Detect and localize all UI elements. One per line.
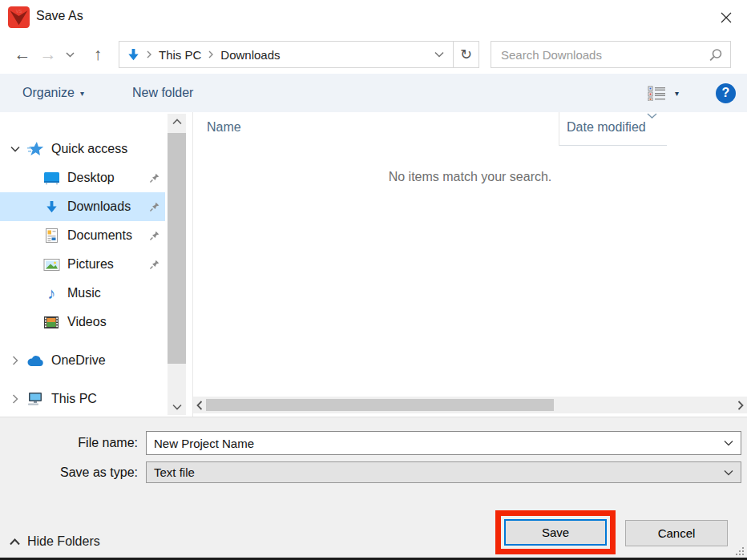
svg-text:VS: VS [16,9,22,14]
title-bar: VS Save As [0,0,747,37]
pin-icon [146,172,162,184]
address-dropdown-button[interactable] [426,42,453,67]
organize-button[interactable]: Organize ▾ [14,74,92,112]
save-as-type-select[interactable]: Text file [146,461,741,483]
sidebar-scrollbar [168,114,186,415]
music-note-icon: ♪ [42,286,61,300]
views-button[interactable]: ▾ [641,85,685,101]
save-button[interactable]: Save [504,519,607,546]
column-headers: Name Date modified [193,112,747,146]
recent-locations-button[interactable] [61,52,79,58]
scroll-left-button[interactable] [193,401,206,410]
file-name-input[interactable] [146,431,741,455]
help-button[interactable]: ? [716,83,736,103]
expand-chevron-icon[interactable] [5,356,26,365]
chevron-up-icon [10,538,20,546]
sidebar-item-this-pc[interactable]: This PC [0,385,165,413]
app-logo-icon: VS [8,6,30,28]
details-view-icon [648,85,667,101]
sidebar-item-videos[interactable]: Videos [0,308,165,336]
chevron-right-icon [737,401,744,410]
sidebar-item-desktop[interactable]: Desktop [0,163,165,192]
scroll-up-button[interactable] [168,114,186,130]
search-icon [709,48,723,62]
breadcrumb-chevron-icon [208,50,213,58]
scroll-right-button[interactable] [734,401,747,410]
dialog-footer: File name: Save as type: Text file Save … [0,417,747,560]
navigation-pane: Quick access Desktop [0,112,192,417]
save-as-type-field: Text file [146,461,741,483]
chevron-down-icon [434,51,444,58]
horizontal-scrollbar [193,397,747,413]
pin-icon [146,259,162,271]
file-list: Name Date modified No items match your s… [192,112,747,417]
close-button[interactable] [715,6,737,29]
sidebar-item-downloads[interactable]: Downloads [0,192,165,221]
breadcrumb-item-downloads[interactable]: Downloads [219,48,281,62]
chevron-left-icon [196,401,203,410]
this-pc-icon [26,392,45,406]
command-toolbar: Organize ▾ New folder ▾ ? [0,74,747,112]
pin-icon [146,230,162,242]
cancel-button[interactable]: Cancel [625,520,728,546]
navigation-bar: ← → ↑ This PC Downloads ↻ [0,37,747,72]
forward-arrow-icon: → [40,45,57,63]
forward-button[interactable]: → [35,41,61,68]
content-area: Quick access Desktop [0,112,747,417]
file-name-field [146,431,741,455]
resize-grip[interactable] [734,546,745,556]
chevron-up-icon [172,119,182,125]
file-name-label: File name: [0,436,146,450]
annotation-highlight: Save [495,510,616,554]
column-header-date-modified[interactable]: Date modified [559,112,675,146]
close-icon [720,11,733,24]
documents-icon [42,228,61,244]
downloads-folder-icon [126,47,141,62]
downloads-icon [42,199,61,215]
empty-list-message: No items match your search. [193,170,747,184]
breadcrumb-chevron-icon [147,50,151,58]
question-mark-icon: ? [722,86,730,100]
sidebar-item-pictures[interactable]: Pictures [0,250,165,279]
back-button[interactable]: ← [10,41,35,68]
sort-indicator-icon [647,113,657,119]
search-box [491,41,731,68]
hide-folders-button[interactable]: Hide Folders [10,532,100,551]
scrollbar-thumb[interactable] [168,133,186,364]
chevron-down-icon: ▾ [675,89,679,98]
sidebar-item-documents[interactable]: Documents [0,221,165,250]
scroll-down-button[interactable] [168,399,186,415]
up-button[interactable]: ↑ [85,41,111,68]
pictures-icon [42,258,61,272]
back-arrow-icon: ← [14,45,31,63]
up-arrow-icon: ↑ [94,45,103,63]
quick-access-star-icon [26,141,45,157]
chevron-down-icon[interactable] [724,469,733,476]
collapse-chevron-icon[interactable] [5,146,26,152]
search-input[interactable] [491,42,730,67]
desktop-icon [42,171,61,185]
onedrive-cloud-icon [26,355,45,367]
new-folder-button[interactable]: New folder [124,74,201,112]
pin-icon [146,201,162,213]
expand-chevron-icon[interactable] [5,394,26,404]
refresh-button[interactable]: ↻ [453,42,478,67]
videos-film-icon [42,316,61,329]
chevron-down-icon [172,404,182,410]
window-title: Save As [36,9,83,23]
breadcrumb: This PC Downloads ↻ [119,41,479,68]
column-header-name[interactable]: Name [207,120,241,135]
save-as-dialog: VS Save As ← → ↑ This PC Downloa [0,0,747,560]
sidebar-item-onedrive[interactable]: OneDrive [0,346,165,375]
refresh-icon: ↻ [460,46,472,63]
sidebar-item-music[interactable]: ♪ Music [0,279,165,308]
chevron-down-icon [66,52,75,58]
breadcrumb-item-this-pc[interactable]: This PC [157,48,203,62]
scrollbar-thumb[interactable] [206,399,554,411]
save-as-type-label: Save as type: [0,465,146,480]
chevron-down-icon[interactable] [724,440,733,446]
sidebar-item-quick-access[interactable]: Quick access [0,135,165,163]
chevron-down-icon: ▾ [80,89,84,98]
